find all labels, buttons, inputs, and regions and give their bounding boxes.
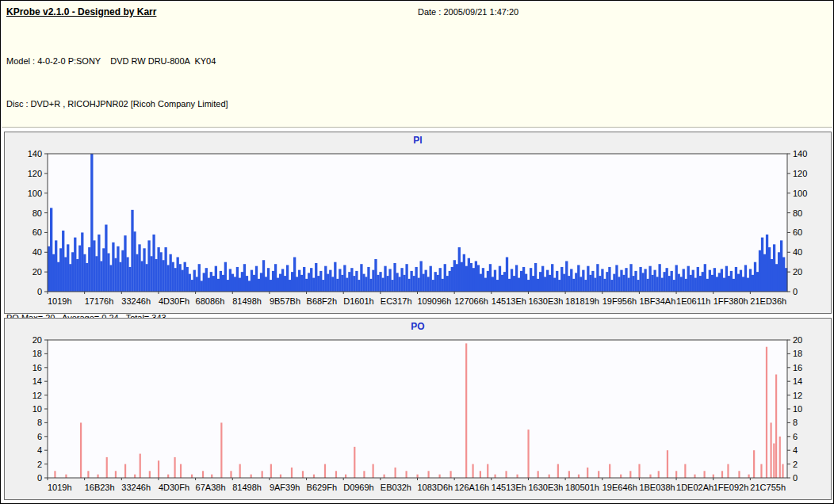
pi-bar [572,279,575,292]
pi-bar [756,272,759,292]
pi-bar [744,265,747,292]
pi-bar [267,268,270,292]
po-bar [727,464,729,478]
pi-bar [215,266,217,292]
pi-bar [210,272,212,292]
pi-bar [709,270,711,292]
po-bar [568,471,570,478]
pi-bar [668,276,671,292]
pi-bar [78,246,81,292]
pi-bar [671,271,673,292]
pi-bar [704,264,706,292]
pi-bar [343,265,346,292]
pi-bar [189,274,191,292]
y-tick-label: 40 [793,247,802,257]
x-tick-label: 16B23h [85,483,115,492]
pi-bar [518,278,520,292]
pi-bar [74,238,76,292]
pi-bar [50,208,52,292]
po-bar [302,471,304,478]
pi-bar [55,240,57,292]
pi-bar [114,258,117,292]
pi-bar [622,275,625,292]
pi-bar [773,244,775,292]
pi-bar [618,277,620,292]
x-tick-label: 1630E3h [528,296,563,306]
y-tick-label: 20 [793,335,802,345]
pi-bar [281,269,284,292]
scan-date: Date : 2005/09/21 1:47:20 [418,7,518,17]
po-chart-title: PO [5,321,831,332]
pi-bar [334,262,336,292]
pi-bar [589,275,591,292]
pi-bar [591,271,594,292]
x-tick-label: 68086h [196,296,225,306]
pi-bar [353,276,355,292]
x-tick-label: 21C755h [750,483,786,492]
pi-bar [95,256,98,292]
pi-bar [553,278,556,292]
y-tick-label: 140 [28,149,42,158]
pi-bar [451,267,453,292]
pi-bar [430,266,432,292]
pi-bar [272,271,274,292]
pi-bar [660,278,663,292]
y-tick-label: 10 [33,404,42,414]
pi-bar [728,276,730,292]
po-bar [438,475,440,478]
pi-bar [641,273,644,292]
pi-bar [71,252,74,292]
pi-bar [687,266,690,292]
pi-bar [62,231,64,292]
po-bar [472,464,473,478]
pi-bar [723,278,725,292]
pi-bar [513,276,515,292]
pi-bar [251,270,253,292]
x-tick-label: 21ED36h [750,296,786,306]
pi-bar [427,277,430,292]
po-bar [149,471,151,478]
pi-bar [346,278,348,292]
po-bar [738,471,740,478]
pi-bar [584,280,587,292]
pi-bar [499,266,501,292]
po-bar [620,475,622,478]
pi-bar [690,275,692,292]
pi-chart-panel: PI 0020204040606080801001001201201401401… [4,132,832,314]
po-bar [54,471,55,478]
y-tick-label: 0 [37,473,42,483]
pi-bar [119,262,121,292]
pi-bar [477,265,480,292]
po-bar [87,471,89,478]
pi-bar [186,267,189,292]
po-bar [465,343,467,478]
pi-bar [494,270,496,292]
pi-bar [603,279,606,292]
pi-bar [437,275,439,292]
pi-bar [152,235,155,292]
x-tick-label: EC317h [381,296,412,306]
pi-bar [184,262,186,292]
pi-bar [279,274,281,292]
pi-bar [201,281,203,292]
pi-bar [164,247,166,292]
pi-bar [549,275,551,292]
pi-bar [658,264,660,292]
y-tick-label: 8 [793,418,798,427]
x-tick-label: D0969h [343,483,374,492]
pi-bar [277,278,279,292]
pi-bar [205,268,208,292]
x-tick-label: 1DE02Ah [676,483,713,492]
y-tick-label: 16 [793,363,802,372]
po-bar [191,475,193,478]
pi-bar [260,273,262,292]
y-tick-label: 12 [33,391,42,400]
pi-bar [634,271,637,292]
pi-bar [234,277,236,292]
pi-bar [384,266,386,292]
po-bar [760,464,762,478]
app-title: KProbe v2.1.0 - Designed by Karr [6,6,156,17]
pi-bar [525,274,527,292]
pi-bar [159,252,162,292]
pi-bar [396,273,398,292]
